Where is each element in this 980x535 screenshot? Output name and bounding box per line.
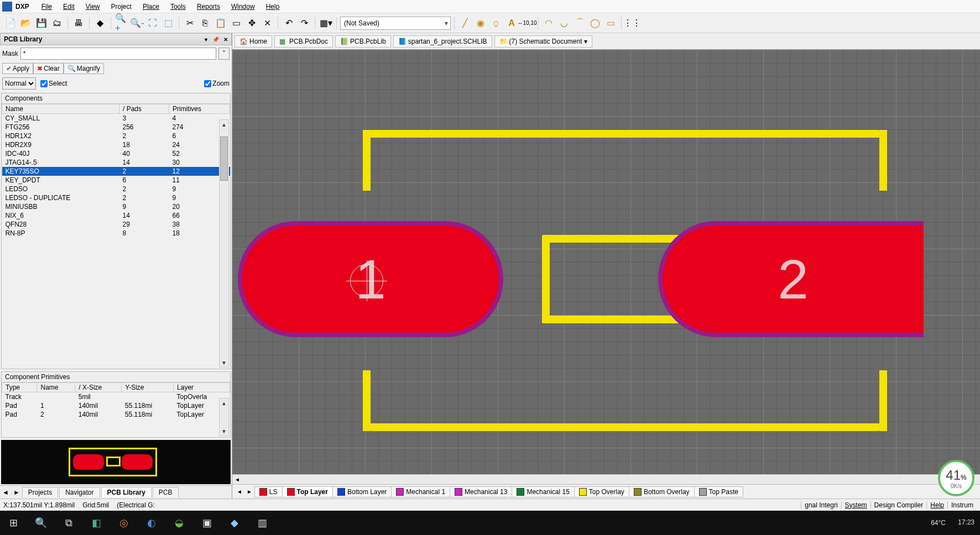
tab-projects[interactable]: Projects bbox=[22, 487, 58, 497]
zoom-checkbox[interactable]: Zoom bbox=[204, 80, 230, 87]
layer-tab[interactable]: Top Overlay bbox=[574, 486, 629, 497]
menu-edit[interactable]: Edit bbox=[58, 2, 80, 12]
place-arc3-icon[interactable]: ⌒ bbox=[572, 16, 587, 30]
table-row[interactable]: Pad2140mil55.118miTopLayer bbox=[2, 410, 230, 419]
menu-tools[interactable]: Tools bbox=[165, 2, 191, 12]
mask-dropdown-icon[interactable]: ˅ bbox=[218, 48, 230, 60]
select-rect-icon[interactable]: ▭ bbox=[229, 16, 243, 30]
scroll-down-icon[interactable]: ▼ bbox=[220, 358, 228, 367]
move-icon[interactable]: ✥ bbox=[244, 16, 259, 30]
layers-icon[interactable]: ◆ bbox=[93, 16, 107, 30]
tab-pcblib[interactable]: 📗PCB.PcbLib bbox=[335, 35, 391, 48]
mode-select[interactable]: Normal bbox=[2, 77, 36, 90]
menu-reports[interactable]: Reports bbox=[191, 2, 226, 12]
table-row[interactable]: JTAG14-.51430 bbox=[2, 158, 230, 167]
table-row[interactable]: Track5milTopOverla bbox=[2, 392, 230, 402]
paste-icon[interactable]: 📋 bbox=[213, 16, 228, 30]
layer-nav-left-icon[interactable]: ◄ bbox=[234, 489, 244, 495]
print-icon[interactable]: 🖶 bbox=[71, 16, 86, 30]
tab-schlib[interactable]: 📘spartan_6_project.SCHLIB bbox=[393, 35, 492, 48]
redo-icon[interactable]: ↷ bbox=[297, 16, 311, 30]
deselect-icon[interactable]: ⨯ bbox=[260, 16, 274, 30]
menu-file[interactable]: File bbox=[36, 2, 58, 12]
close-panel-icon[interactable]: ✕ bbox=[221, 35, 230, 44]
status-system[interactable]: System bbox=[841, 501, 870, 509]
taskbar-app-3-icon[interactable]: ◐ bbox=[144, 515, 159, 531]
place-pad-icon[interactable]: ⍜ bbox=[489, 16, 503, 30]
pin-icon[interactable]: 📌 bbox=[211, 35, 220, 44]
pad-1[interactable]: 1 bbox=[238, 221, 503, 337]
status-help[interactable]: Help bbox=[926, 501, 947, 509]
layer-nav-right-icon[interactable]: ► bbox=[244, 489, 254, 495]
taskbar-app-2-icon[interactable]: ◎ bbox=[116, 515, 132, 531]
select-checkbox[interactable]: Select bbox=[40, 80, 67, 87]
new-file-icon[interactable]: 📄 bbox=[3, 16, 18, 30]
menu-view[interactable]: View bbox=[80, 2, 106, 12]
save-all-icon[interactable]: 🗂 bbox=[50, 16, 64, 30]
panel-dropdown-icon[interactable]: ▾ bbox=[201, 35, 210, 44]
place-text-icon[interactable]: A bbox=[504, 16, 519, 30]
clear-button[interactable]: ✖Clear bbox=[33, 63, 64, 74]
menu-project[interactable]: Project bbox=[106, 2, 137, 12]
taskbar-app-4-icon[interactable]: ◒ bbox=[171, 515, 187, 531]
tab-nav-right-icon[interactable]: ► bbox=[11, 489, 22, 496]
table-row[interactable]: KEY_DPDT611 bbox=[2, 176, 230, 185]
undo-icon[interactable]: ↶ bbox=[282, 16, 296, 30]
cut-icon[interactable]: ✂ bbox=[183, 16, 197, 30]
save-icon[interactable]: 💾 bbox=[34, 16, 49, 30]
table-row[interactable]: HDR2X91824 bbox=[2, 140, 230, 149]
primitives-scrollbar[interactable]: ▲ ▼ bbox=[219, 398, 229, 436]
table-row[interactable]: Pad1140mil55.118miTopLayer bbox=[2, 401, 230, 410]
search-icon[interactable]: 🔍 bbox=[33, 515, 49, 531]
table-row[interactable]: NIX_61466 bbox=[2, 211, 230, 220]
status-design-compiler[interactable]: Design Compiler bbox=[870, 501, 927, 509]
grid-icon[interactable]: ▦▾ bbox=[319, 16, 333, 30]
table-row[interactable]: CY_SMALL34 bbox=[2, 114, 230, 123]
menu-help[interactable]: Help bbox=[260, 2, 285, 12]
zoom-out-icon[interactable]: 🔍- bbox=[130, 16, 144, 30]
taskbar-clock[interactable]: 17:23 bbox=[958, 519, 974, 526]
taskbar-app-5-icon[interactable]: ▣ bbox=[199, 515, 215, 531]
zoom-window-icon[interactable]: ⬚ bbox=[161, 16, 175, 30]
place-dimension-icon[interactable]: ↔10,10 bbox=[520, 16, 534, 30]
place-rect-icon[interactable]: ▭ bbox=[603, 16, 618, 30]
menu-window[interactable]: Window bbox=[226, 2, 260, 12]
place-array-icon[interactable]: ⋮⋮ bbox=[625, 16, 639, 30]
primitives-table[interactable]: Type Name / X-Size Y-Size Layer Track5mi… bbox=[2, 382, 230, 437]
place-circle-icon[interactable]: ◯ bbox=[588, 16, 602, 30]
zoom-in-icon[interactable]: 🔍+ bbox=[114, 16, 129, 30]
status-instruments[interactable]: Instrum bbox=[947, 501, 977, 509]
layer-tab[interactable]: Top Layer bbox=[282, 486, 333, 497]
table-row[interactable]: RN-8P818 bbox=[2, 229, 230, 238]
place-line-icon[interactable]: ╱ bbox=[458, 16, 472, 30]
table-row[interactable]: HDR1X226 bbox=[2, 132, 230, 140]
layer-tab[interactable]: Mechanical 13 bbox=[450, 486, 512, 497]
tab-nav-left-icon[interactable]: ◄ bbox=[0, 489, 11, 496]
snap-grid-combo[interactable]: (Not Saved) bbox=[340, 17, 451, 30]
taskbar-app-1-icon[interactable]: ◧ bbox=[88, 515, 104, 531]
place-arc1-icon[interactable]: ◠ bbox=[541, 16, 556, 30]
tab-schematic-docs[interactable]: 📁(7) Schematic Document ▾ bbox=[494, 35, 592, 48]
layer-tab[interactable]: Mechanical 15 bbox=[512, 486, 574, 497]
place-via-icon[interactable]: ◉ bbox=[473, 16, 488, 30]
dxp-label[interactable]: DXP bbox=[15, 3, 29, 11]
table-row[interactable]: LEDSO29 bbox=[2, 185, 230, 193]
task-view-icon[interactable]: ⧉ bbox=[61, 515, 76, 531]
taskbar-temperature[interactable]: 64°C bbox=[931, 519, 946, 527]
tab-pcb[interactable]: PCB bbox=[153, 487, 179, 497]
copy-icon[interactable]: ⎘ bbox=[198, 16, 212, 30]
zoom-fit-icon[interactable]: ⛶ bbox=[145, 16, 160, 30]
mask-input[interactable] bbox=[20, 48, 216, 60]
status-signal-integrity[interactable]: gnal Integri bbox=[801, 501, 841, 509]
tab-navigator[interactable]: Navigator bbox=[59, 487, 100, 497]
magnify-button[interactable]: 🔍Magnify bbox=[64, 63, 104, 74]
pad-2[interactable]: 2 bbox=[658, 221, 924, 337]
tab-pcbdoc[interactable]: ▦PCB.PcbDoc bbox=[274, 35, 333, 48]
table-row[interactable]: QFN282938 bbox=[2, 220, 230, 229]
layer-tab[interactable]: Bottom Layer bbox=[332, 486, 392, 497]
scroll-left-icon[interactable]: ◄ bbox=[232, 475, 242, 484]
table-row[interactable]: MINIUSBB920 bbox=[2, 202, 230, 211]
scroll-up-icon[interactable]: ▲ bbox=[220, 120, 228, 129]
layer-tab[interactable]: Bottom Overlay bbox=[629, 486, 695, 497]
start-icon[interactable]: ⊞ bbox=[6, 515, 21, 531]
